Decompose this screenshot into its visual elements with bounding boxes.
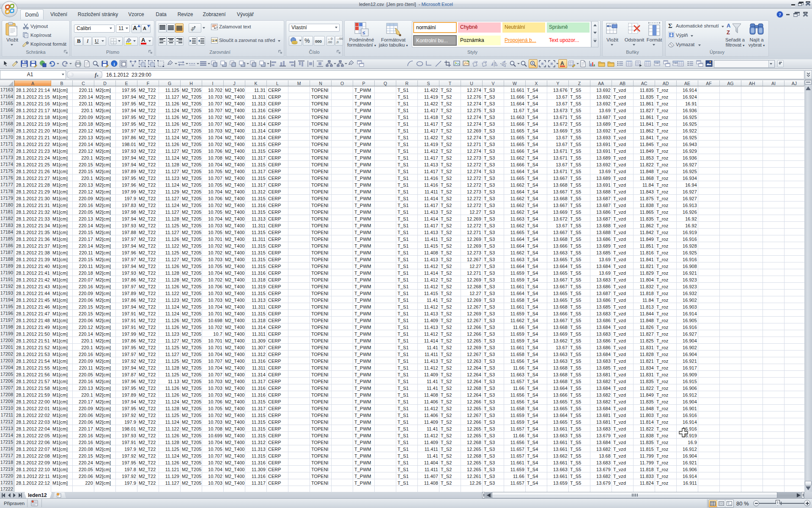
svg-text:≤: ≤ <box>362 30 365 35</box>
svg-text:Z: Z <box>727 29 730 36</box>
svg-text:a: a <box>213 39 214 42</box>
svg-text:A: A <box>560 61 564 66</box>
svg-text:i: i <box>113 61 115 66</box>
svg-text:A: A <box>727 22 731 29</box>
svg-text:?: ? <box>779 12 781 17</box>
